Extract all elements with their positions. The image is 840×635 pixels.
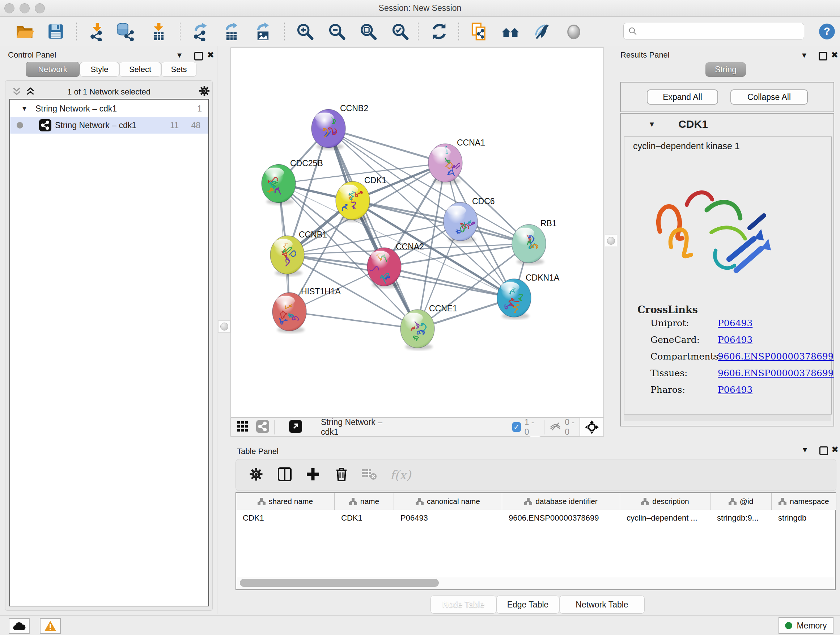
tab-sets[interactable]: Sets bbox=[161, 62, 196, 77]
table-cell[interactable]: cyclin–dependent ... bbox=[620, 510, 711, 526]
column-header-database-identifier[interactable]: database identifier bbox=[502, 493, 620, 510]
import-network-from-database-icon[interactable] bbox=[114, 21, 136, 42]
annotation-sphere-icon[interactable] bbox=[563, 21, 584, 42]
panel-menu-icon[interactable]: ▾ bbox=[803, 445, 807, 454]
birdseye-toggle[interactable] bbox=[580, 417, 604, 437]
crosslink-value-link[interactable]: P06493 bbox=[718, 318, 752, 328]
close-panel-icon[interactable]: ✖ bbox=[831, 51, 838, 59]
tab-network-table[interactable]: Network Table bbox=[559, 595, 645, 614]
column-header-shared-name[interactable]: shared name bbox=[236, 493, 335, 510]
copy-network-icon[interactable] bbox=[469, 21, 490, 42]
crosslink-value-link[interactable]: 9606.ENSP00000378699 bbox=[718, 368, 834, 378]
save-session-icon[interactable] bbox=[45, 21, 66, 42]
table-options-gear-icon[interactable] bbox=[249, 467, 264, 483]
network-options-gear-icon[interactable] bbox=[199, 85, 210, 98]
zoom-out-icon[interactable] bbox=[326, 21, 347, 42]
network-row[interactable]: String Network – cdk1 11 48 bbox=[10, 117, 208, 134]
network-view-icon[interactable] bbox=[256, 420, 269, 434]
close-panel-icon[interactable]: ✖ bbox=[207, 51, 214, 59]
column-header-namespace[interactable]: namespace bbox=[772, 493, 836, 510]
toolbar-separator bbox=[458, 22, 459, 41]
collection-expander-icon[interactable]: ▼ bbox=[21, 105, 28, 112]
selected-nodes-checkbox-icon[interactable]: ✓ bbox=[512, 422, 521, 432]
memory-button[interactable]: Memory bbox=[778, 617, 834, 634]
export-image-icon[interactable] bbox=[252, 21, 274, 42]
left-splitter[interactable] bbox=[217, 46, 231, 614]
table-hscrollbar-thumb[interactable] bbox=[240, 579, 439, 587]
graph-edge-CCNA2-CDKN1A[interactable] bbox=[384, 267, 514, 298]
crosslink-value-link[interactable]: P06493 bbox=[718, 334, 752, 345]
graph-node-CCNB2[interactable]: CCNB2 bbox=[311, 103, 368, 150]
graph-node-HIST1H1A[interactable]: HIST1H1A bbox=[272, 287, 341, 333]
graph-node-CCNA1[interactable]: CCNA1 bbox=[428, 138, 485, 184]
column-header-name[interactable]: name bbox=[335, 493, 394, 510]
import-network-icon[interactable] bbox=[86, 21, 108, 42]
panel-menu-icon[interactable]: ▾ bbox=[802, 51, 806, 59]
column-header-description[interactable]: description bbox=[620, 493, 711, 510]
results-scrollbar-track[interactable] bbox=[624, 415, 831, 421]
tab-select[interactable]: Select bbox=[119, 62, 161, 77]
collapse-all-button[interactable]: Collapse All bbox=[730, 89, 808, 105]
right-splitter-handle[interactable] bbox=[605, 234, 617, 247]
network-graph[interactable]: CCNB2CCNA1CDC25BCDK1CDC6RB1CCNB1CCNA2CDK… bbox=[231, 48, 603, 417]
expand-all-button[interactable]: Expand All bbox=[647, 89, 718, 105]
column-header-canonical-name[interactable]: canonical name bbox=[394, 493, 502, 510]
graph-node-CDK1[interactable]: CDK1 bbox=[336, 176, 386, 222]
graph-edge-CCNB2-CCNA1[interactable] bbox=[328, 128, 445, 163]
tab-node-table[interactable]: Node Table bbox=[431, 595, 496, 614]
column-header--id[interactable]: @id bbox=[711, 493, 772, 510]
expand-collapse-box: Expand All Collapse All bbox=[620, 82, 834, 112]
right-splitter[interactable] bbox=[604, 46, 617, 437]
zoom-fit-icon[interactable] bbox=[357, 21, 379, 42]
table-cell[interactable]: P06493 bbox=[394, 510, 502, 526]
tab-network[interactable]: Network bbox=[26, 62, 80, 77]
close-panel-icon[interactable]: ✖ bbox=[831, 445, 838, 454]
toolbar-separator bbox=[418, 22, 418, 41]
search-box[interactable] bbox=[623, 23, 804, 40]
cloud-services-button[interactable] bbox=[9, 618, 30, 634]
graph-edge-CCNE1-HIST1H1A[interactable] bbox=[289, 312, 417, 329]
crosslink-value-link[interactable]: P06493 bbox=[718, 385, 752, 395]
float-panel-icon[interactable] bbox=[819, 52, 827, 60]
tab-string[interactable]: String bbox=[706, 62, 746, 77]
tab-edge-table[interactable]: Edge Table bbox=[496, 595, 559, 614]
network-canvas[interactable]: CCNB2CCNA1CDC25BCDK1CDC6RB1CCNB1CCNA2CDK… bbox=[231, 48, 604, 417]
open-session-icon[interactable] bbox=[14, 21, 35, 42]
tab-style[interactable]: Style bbox=[80, 62, 119, 77]
new-table-icon[interactable] bbox=[221, 21, 242, 42]
table-cell[interactable]: stringdb bbox=[772, 510, 836, 526]
function-builder-icon[interactable]: f(x) bbox=[390, 468, 411, 482]
graph-edge-CCNB2-CCNE1[interactable] bbox=[328, 128, 417, 329]
table-cell[interactable]: CDK1 bbox=[335, 510, 394, 526]
graph-node-RB1[interactable]: RB1 bbox=[512, 219, 557, 265]
create-column-icon[interactable] bbox=[305, 467, 321, 483]
warnings-button[interactable] bbox=[40, 618, 61, 634]
delete-column-trash-icon[interactable] bbox=[334, 467, 349, 483]
search-input[interactable] bbox=[638, 26, 794, 36]
crosslink-value-link[interactable]: 9606.ENSP00000378699 bbox=[718, 351, 834, 362]
zoom-in-icon[interactable] bbox=[294, 21, 316, 42]
network-collection-row[interactable]: ▼ String Network – cdk1 1 bbox=[10, 100, 208, 117]
show-columns-icon[interactable] bbox=[277, 467, 292, 483]
table-cell[interactable]: CDK1 bbox=[236, 510, 335, 526]
panel-menu-icon[interactable]: ▾ bbox=[177, 51, 182, 59]
import-table-icon[interactable] bbox=[148, 21, 169, 42]
help-icon[interactable]: ? bbox=[816, 21, 838, 42]
delete-table-icon[interactable] bbox=[361, 468, 377, 482]
table-hscrollbar[interactable] bbox=[237, 577, 834, 589]
float-panel-icon[interactable] bbox=[194, 52, 203, 60]
hidden-eye-icon[interactable] bbox=[549, 421, 561, 434]
hide-unhide-icon[interactable] bbox=[531, 21, 553, 42]
new-network-icon[interactable] bbox=[189, 21, 211, 42]
table-cell[interactable]: 9606.ENSP00000378699 bbox=[502, 510, 620, 526]
left-splitter-handle[interactable] bbox=[218, 320, 231, 333]
zoom-selected-icon[interactable] bbox=[389, 21, 411, 42]
home-networks-icon[interactable] bbox=[500, 21, 521, 42]
table-cell[interactable]: stringdb:9... bbox=[711, 510, 772, 526]
graph-node-CDKN1A[interactable]: CDKN1A bbox=[497, 273, 560, 319]
detach-view-icon[interactable] bbox=[289, 420, 302, 434]
graph-node-label: CDKN1A bbox=[526, 273, 560, 282]
float-panel-icon[interactable] bbox=[819, 447, 828, 455]
grid-view-icon[interactable] bbox=[237, 421, 248, 433]
apply-layout-icon[interactable] bbox=[428, 21, 450, 42]
